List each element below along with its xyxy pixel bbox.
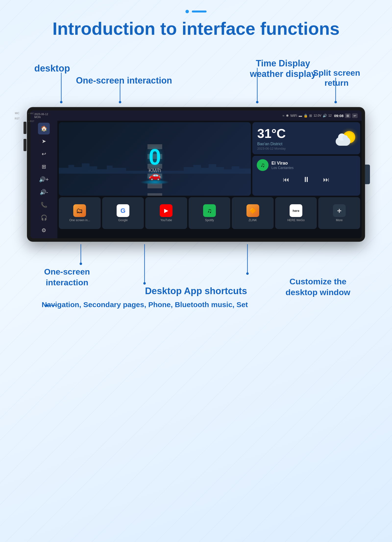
indicator-dash xyxy=(192,11,207,12)
weather-card: 31°C Bao'an District 2023-06-12 Monday xyxy=(252,122,360,154)
svg-point-1 xyxy=(60,101,62,103)
top-indicator xyxy=(185,10,207,13)
top-section: 🚗 0 KM/h 31 xyxy=(59,122,360,196)
weather-widget: 31°C Bao'an District 2023-06-12 Monday xyxy=(252,122,360,196)
speed-unit: KM/h xyxy=(148,167,161,174)
app-spotify[interactable]: ♫ Spotify xyxy=(189,197,231,229)
sidebar-back-button[interactable]: ↩ xyxy=(38,148,50,160)
sidebar-phone-button[interactable]: 📞 xyxy=(38,199,50,211)
weather-info: 31°C Bao'an District 2023-06-12 Monday xyxy=(257,126,286,150)
annotation-desktop: desktop xyxy=(34,63,70,74)
connection-icon: ≈ xyxy=(282,114,284,118)
screen-main: 🚗 0 KM/h 31 xyxy=(57,121,362,238)
music-card: ♫ El Virao Los Cantantes xyxy=(252,156,360,196)
device-screen: 2023-06-12MON ≈ ✱ WiFi ▬ 🔒 ⊞ 12.0V 🔊 12 xyxy=(30,110,362,238)
app-label-one-screen: One screen in... xyxy=(69,218,90,222)
speaker-icon: 🔊 xyxy=(323,114,327,118)
status-date: 2023-06-12MON xyxy=(34,113,48,119)
artist-name: Los Cantantes xyxy=(271,166,294,170)
device-frame: ○ MIC ○ RST 2023-06-12MON ≈ ✱ WiFi ▬ xyxy=(27,107,365,242)
wifi-icon: WiFi xyxy=(290,114,297,118)
spotify-logo: ♫ xyxy=(257,159,269,171)
status-bar: 2023-06-12MON ≈ ✱ WiFi ▬ 🔒 ⊞ 12.0V 🔊 12 xyxy=(30,110,362,121)
app-google[interactable]: G Google xyxy=(102,197,144,229)
sidebar-settings-button[interactable]: ⚙ xyxy=(38,225,50,236)
annotation-onescreen-bottom: One-screen interaction xyxy=(44,266,90,288)
page-title: Introduction to interface functions xyxy=(52,19,340,38)
cloud-icon xyxy=(336,137,350,146)
device-side-handle xyxy=(365,165,370,184)
location-display: Bao'an District xyxy=(257,142,286,146)
rewind-button[interactable]: ⏮ xyxy=(280,175,292,184)
track-name: El Virao xyxy=(271,161,294,166)
lock-icon: 🔒 xyxy=(304,114,308,118)
sidebar-bluetooth-button[interactable]: 🎧 xyxy=(38,212,50,224)
app-one-screen[interactable]: 🗂 One screen in... xyxy=(59,197,101,229)
app-label-zlink: ZLINK xyxy=(249,218,257,222)
app-label-youtube: YouTube xyxy=(160,218,172,222)
mic-label: ○ MIC xyxy=(28,111,34,115)
annotation-app-shortcuts: Desktop App shortcuts xyxy=(145,286,247,296)
temperature-display: 31°C xyxy=(257,126,286,141)
screen-body: 🏠 ➤ ↩ ⊞ 🔊+ 🔊- 📞 xyxy=(30,121,362,238)
main-content: desktop One-screen interaction Time Disp… xyxy=(15,53,377,337)
svg-point-13 xyxy=(246,272,249,275)
weather-date-display: 2023-06-12 Monday xyxy=(257,147,286,150)
speed-glow xyxy=(140,180,170,185)
annotation-customize: Customize the desktop window xyxy=(286,276,350,298)
status-bar-left: 2023-06-12MON xyxy=(34,113,48,119)
pause-button[interactable]: ⏸ xyxy=(300,174,313,185)
return-button[interactable]: ↩ xyxy=(352,113,358,118)
rst-label: ○ RST xyxy=(28,119,34,123)
spotify-icon: ♫ xyxy=(260,162,265,169)
app-label-here: HERE WeGo xyxy=(287,218,305,222)
forward-button[interactable]: ⏭ xyxy=(320,175,332,184)
volume-up-button[interactable] xyxy=(24,122,26,134)
app-here-wego[interactable]: here HERE WeGo xyxy=(275,197,317,229)
music-info: El Virao Los Cantantes xyxy=(271,161,294,170)
app-zlink[interactable]: 🔶 ZLINK xyxy=(232,197,274,229)
sidebar-navigation-button[interactable]: ➤ xyxy=(38,135,50,147)
volume-down-button[interactable] xyxy=(24,139,26,151)
youtube-icon: ▶ xyxy=(160,204,172,217)
indicator-dot xyxy=(185,10,189,13)
clock-display: 09:08 xyxy=(334,114,343,118)
sidebar-volume-up-button[interactable]: 🔊+ xyxy=(38,174,50,185)
voltage-display: 12.0V xyxy=(314,114,321,117)
split-icon: ⊞ xyxy=(309,114,312,118)
annotation-navigation-bar: Navigation, Secondary pages, Phone, Blue… xyxy=(42,301,248,309)
device-wrapper: ○ MIC ○ RST 2023-06-12MON ≈ ✱ WiFi ▬ xyxy=(27,107,365,242)
sidebar-apps-button[interactable]: ⊞ xyxy=(38,161,50,173)
music-header: ♫ El Virao Los Cantantes xyxy=(257,159,356,171)
music-controls: ⏮ ⏸ ⏭ xyxy=(257,174,356,185)
annotation-time-display: Time Display weather display xyxy=(250,58,316,79)
svg-point-11 xyxy=(143,282,146,285)
app-label-google: Google xyxy=(118,218,128,222)
status-bar-right: ≈ ✱ WiFi ▬ 🔒 ⊞ 12.0V 🔊 12 09:08 ⊞ ↩ xyxy=(282,113,358,118)
sidebar-volume-down-button[interactable]: 🔊- xyxy=(38,186,50,198)
annotation-split-screen: Split screen return xyxy=(313,68,360,88)
split-screen-button[interactable]: ⊞ xyxy=(345,113,351,118)
weather-icon xyxy=(336,131,355,146)
here-icon: here xyxy=(290,204,302,217)
battery-icon: ▬ xyxy=(299,114,302,118)
zlink-icon: 🔶 xyxy=(246,204,259,217)
sidebar-home-button[interactable]: 🏠 xyxy=(38,123,50,134)
spotify-app-icon: ♫ xyxy=(203,204,216,217)
page-container: Introduction to interface functions desk… xyxy=(0,0,392,352)
one-screen-icon: 🗂 xyxy=(73,204,86,217)
app-more[interactable]: + More xyxy=(318,197,360,229)
bluetooth-icon: ✱ xyxy=(286,114,289,118)
speed-value: 0 xyxy=(149,145,161,170)
svg-point-9 xyxy=(80,263,82,265)
google-icon: G xyxy=(117,204,129,217)
apps-bar: 🗂 One screen in... G Google xyxy=(59,197,360,229)
device-left-controls xyxy=(24,122,26,151)
speedometer-widget: 🚗 0 KM/h xyxy=(59,122,251,196)
app-label-spotify: Spotify xyxy=(205,218,214,222)
more-icon: + xyxy=(333,204,346,217)
bottom-annotations: One-screen interaction Desktop App short… xyxy=(27,244,365,337)
svg-point-7 xyxy=(334,101,337,103)
app-label-more: More xyxy=(336,218,343,222)
app-youtube[interactable]: ▶ YouTube xyxy=(145,197,187,229)
